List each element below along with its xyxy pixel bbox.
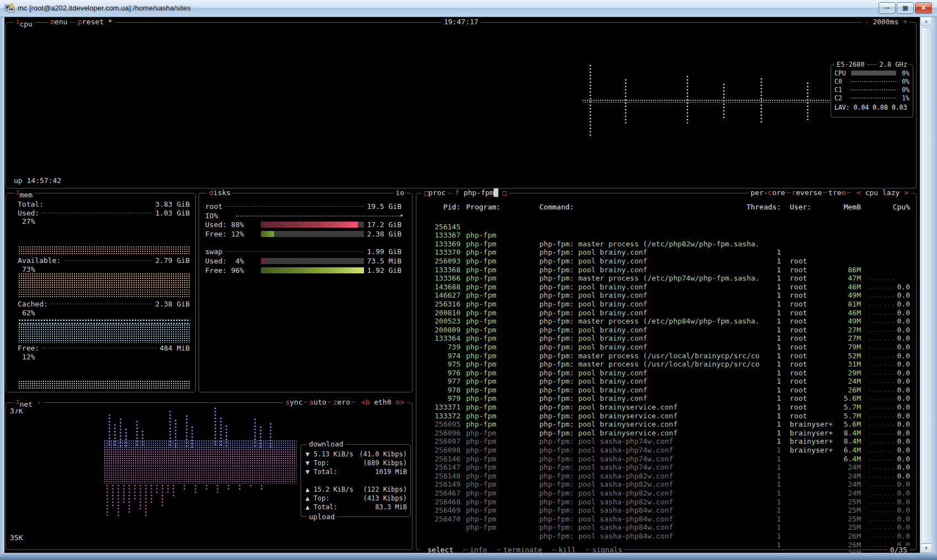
proc-table-header: Pid: Program: Command: Threads: User: Me…	[420, 203, 912, 212]
up-arrow-icon: ▲	[306, 494, 309, 502]
disks-io-toggle[interactable]: io	[393, 189, 406, 197]
scrollbar[interactable]: ▲ ▼	[920, 17, 933, 553]
window-frame-bottom	[0, 553, 937, 560]
col-threads[interactable]: Threads:	[698, 203, 781, 211]
col-command[interactable]: Command:	[539, 203, 574, 211]
table-row[interactable]: 256093 php-fpm php-fpm: master process (…	[420, 248, 912, 257]
menu-button[interactable]: menu	[48, 18, 69, 26]
table-row[interactable]: 256468 php-fpm php-fpm: pool sasha-php84…	[420, 489, 912, 498]
disk-root-free-bar	[261, 231, 371, 237]
preset-button[interactable]: preset *	[76, 18, 115, 26]
interval-plus-button[interactable]: +	[903, 18, 907, 26]
core-label: C2	[834, 94, 842, 102]
scroll-down-icon[interactable]: ▼	[920, 543, 932, 553]
graph-dots	[139, 484, 142, 509]
proc-memb: 26M	[800, 541, 861, 550]
table-row[interactable]: 143688 php-fpm php-fpm: pool brainy.conf…	[420, 274, 912, 283]
proc-table: 256145 php-fpm php-fpm: master process (…	[420, 214, 912, 515]
minimize-button[interactable]: —	[879, 2, 896, 14]
putty-app-icon	[4, 3, 15, 14]
table-row[interactable]: 256097 php-fpm php-fpm: pool sasha-php74…	[420, 429, 912, 438]
table-row[interactable]: 256149 php-fpm php-fpm: pool sasha-php82…	[420, 472, 912, 481]
graph-dots	[760, 77, 763, 123]
net-next-iface-button[interactable]: n>	[395, 398, 404, 406]
table-row[interactable]: 133367 php-fpm php-fpm: pool brainy.conf…	[420, 223, 912, 231]
col-memb[interactable]: MemB	[800, 203, 861, 211]
table-row[interactable]: 133368 php-fpm php-fpm: pool brainy.conf…	[420, 257, 912, 266]
graph-dots	[183, 484, 186, 492]
proc-box-label[interactable]: □proc	[422, 189, 448, 197]
interval-minus-button[interactable]: -	[864, 18, 869, 26]
table-row[interactable]: 975 php-fpm php-fpm: pool brainy.conf 1 …	[420, 352, 912, 360]
close-button[interactable]: ✕	[915, 2, 932, 14]
graph-dots	[161, 484, 164, 506]
table-row[interactable]: 256095 php-fpm php-fpm: pool sasha-php74…	[420, 412, 912, 421]
disk-swap-used-bar	[261, 258, 371, 264]
table-row[interactable]: 256316 php-fpm php-fpm: master process (…	[420, 291, 912, 300]
cpu-box-label[interactable]: 1cpu	[14, 18, 35, 29]
col-program[interactable]: Program:	[466, 203, 501, 211]
sort-next-button[interactable]: >	[904, 189, 908, 197]
disks-box-label[interactable]: disks	[207, 189, 233, 197]
scrollbar-thumb[interactable]	[921, 27, 933, 543]
maximize-button[interactable]: ▣	[897, 2, 914, 14]
table-row[interactable]: 256147 php-fpm php-fpm: pool sasha-php82…	[420, 455, 912, 464]
mem-available-graph	[18, 273, 190, 289]
net-sync-toggle[interactable]: sync	[285, 398, 302, 406]
table-row[interactable]: 976 php-fpm php-fpm: pool brainy.conf 1 …	[420, 360, 912, 369]
scroll-up-icon[interactable]: ▲	[920, 17, 932, 26]
window-titlebar[interactable]: mc [root@a202.itdeveloper.com.ua]:/home/…	[0, 0, 937, 17]
cpu-core-panel: E5-2680 2.8 GHz CPU 0% C0 0% C1 0% C2 1%…	[831, 64, 913, 117]
graph-dots	[167, 484, 169, 493]
proc-filter-input[interactable]: f php-fpm█ □	[453, 189, 509, 197]
tree-toggle[interactable]: tree	[828, 189, 845, 197]
table-row[interactable]: 739 php-fpm php-fpm: master process (/us…	[420, 334, 912, 343]
sort-prev-button[interactable]: <	[856, 189, 861, 197]
core-meter	[851, 98, 896, 104]
table-row[interactable]: 978 php-fpm php-fpm: pool brainyservice.…	[420, 377, 912, 386]
col-pid[interactable]: Pid:	[420, 203, 461, 211]
table-row[interactable]: 974 php-fpm php-fpm: pool brainy.conf 1 …	[420, 343, 912, 352]
down-arrow-icon: ▼	[306, 459, 309, 467]
cpu-total-label: CPU	[834, 69, 846, 77]
table-row[interactable]: 256146 php-fpm php-fpm: pool sasha-php82…	[420, 446, 912, 455]
mem-box-label[interactable]: 2mem	[14, 189, 35, 200]
table-row[interactable]: 256469 php-fpm php-fpm: pool sasha-php84…	[420, 498, 912, 507]
table-row[interactable]: 200810 php-fpm php-fpm: pool brainy.conf…	[420, 300, 912, 309]
mem-used-graph	[18, 246, 190, 255]
core-value: 0%	[902, 78, 909, 85]
table-row[interactable]: 256148 php-fpm php-fpm: pool sasha-php82…	[420, 463, 912, 472]
table-row[interactable]: 256096 php-fpm php-fpm: pool sasha-php74…	[420, 420, 912, 429]
table-row[interactable]: 133372 php-fpm php-fpm: pool brainyservi…	[420, 403, 912, 412]
table-row[interactable]: 256467 php-fpm php-fpm: pool sasha-php84…	[420, 480, 912, 489]
table-row[interactable]: 133366 php-fpm php-fpm: pool brainy.conf…	[420, 266, 912, 274]
table-row[interactable]: 200523 php-fpm php-fpm: pool brainy.conf…	[420, 309, 912, 317]
per-core-toggle[interactable]: per-core	[751, 189, 785, 197]
col-cpu[interactable]: Cpu%	[866, 203, 910, 211]
net-zero-toggle[interactable]: zero	[333, 398, 350, 406]
table-row[interactable]: 256098 php-fpm php-fpm: pool sasha-php74…	[420, 437, 912, 446]
table-row[interactable]: 977 php-fpm php-fpm: pool brainy.conf 1 …	[420, 369, 912, 378]
table-row[interactable]: 256145 php-fpm php-fpm: master process (…	[420, 214, 912, 223]
table-row[interactable]: 133364 php-fpm php-fpm: master process (…	[420, 326, 912, 335]
disk-swap-free-bar	[261, 267, 371, 273]
net-box-label[interactable]: 3net '	[14, 398, 44, 409]
disk-root-io-row: IO%	[205, 212, 401, 220]
table-row[interactable]: 133371 php-fpm php-fpm: pool brainyservi…	[420, 394, 912, 403]
upload-speed-row: ▲ 15.2 KiB/s (122 Kibps)	[306, 486, 407, 494]
table-row[interactable]: 979 php-fpm php-fpm: pool brainyservice.…	[420, 386, 912, 395]
table-row[interactable]: 133369 php-fpm php-fpm: pool brainy.conf…	[420, 231, 912, 240]
net-auto-toggle[interactable]: auto	[309, 398, 326, 406]
reverse-toggle[interactable]: reverse	[791, 189, 822, 197]
mem-available-row: Available:2.79 GiB	[18, 256, 190, 265]
cpu-total-value: 0%	[902, 69, 909, 77]
down-arrow-icon: ▼	[306, 450, 309, 458]
graph-dots	[249, 484, 252, 488]
table-row[interactable]: 133370 php-fpm php-fpm: pool brainy.conf…	[420, 240, 912, 249]
graph-dots	[122, 484, 125, 504]
table-row[interactable]: 146627 php-fpm php-fpm: pool brainy.conf…	[420, 283, 912, 292]
table-row[interactable]: 200809 php-fpm php-fpm: pool brainy.conf…	[420, 317, 912, 326]
net-prev-iface-button[interactable]: <b	[361, 398, 370, 406]
mem-available-graph-dim	[18, 289, 190, 298]
table-row[interactable]: 256470 php-fpm php-fpm: pool sasha-php84…	[420, 506, 912, 515]
